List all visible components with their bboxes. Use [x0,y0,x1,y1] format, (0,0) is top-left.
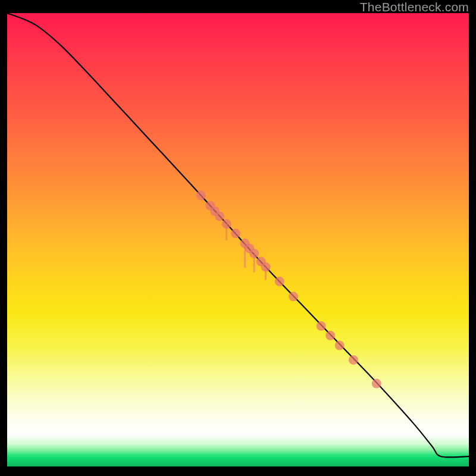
highlight-dot [325,331,335,340]
highlight-dot [196,190,206,200]
highlight-dot [261,262,271,272]
highlight-dot [231,228,240,238]
chart-stage: TheBottleneck.com [0,0,476,476]
highlight-dot [222,219,231,228]
highlight-dot [249,249,259,258]
chart-overlay [7,13,469,466]
highlight-dot [335,341,345,350]
highlight-dot [349,355,358,365]
highlight-dot [215,211,224,221]
plot-area [7,13,469,466]
highlight-dots [196,190,381,388]
highlight-dot [317,321,326,331]
highlight-dot [289,292,298,301]
highlight-dot [372,379,381,389]
highlight-dot [275,277,284,286]
attribution-text: TheBottleneck.com [360,0,469,14]
